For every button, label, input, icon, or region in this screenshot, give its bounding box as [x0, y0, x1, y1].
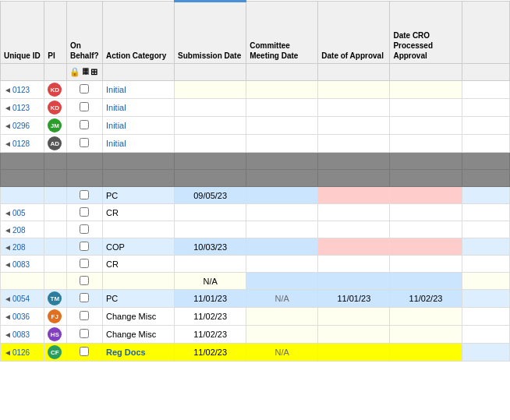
col-behalf: On Behalf?	[66, 2, 102, 64]
cell-committee	[246, 81, 318, 99]
cell-committee	[246, 99, 318, 117]
cell-submission: N/A	[175, 273, 246, 290]
cell-committee	[246, 308, 318, 326]
cell-behalf[interactable]	[66, 135, 102, 153]
cro-value: 11/02/23	[409, 294, 443, 303]
cell-behalf[interactable]	[66, 308, 102, 326]
cell-cro	[390, 273, 462, 290]
cell-extra	[462, 308, 509, 326]
action-value: CR	[106, 259, 119, 269]
cell-unique-id: ◄0054	[1, 290, 44, 308]
cell-submission	[175, 99, 246, 117]
submission-value: 11/01/23	[193, 294, 227, 303]
table-row: ◄0126CFReg Docs11/02/23N/A	[1, 344, 510, 362]
approval-icons	[318, 64, 390, 81]
unique-id-value: 005	[12, 209, 26, 217]
behalf-checkbox[interactable]	[80, 329, 89, 338]
behalf-checkbox[interactable]	[80, 138, 89, 147]
behalf-checkbox[interactable]	[80, 190, 89, 199]
cell-action: Initial	[102, 117, 174, 135]
row-arrow-icon: ◄	[4, 348, 12, 357]
cell-behalf[interactable]	[66, 117, 102, 135]
cell-unique-id: ◄208	[1, 238, 44, 256]
cell-behalf[interactable]	[66, 187, 102, 204]
behalf-checkbox[interactable]	[80, 84, 89, 94]
cell-behalf[interactable]	[66, 238, 102, 256]
cell-pi	[44, 204, 67, 221]
cell-approval	[318, 273, 390, 290]
action-value: Initial	[106, 85, 126, 94]
cell-behalf[interactable]	[66, 204, 102, 221]
table-row: PC09/05/23	[1, 187, 510, 204]
cell-unique-id: ◄0083	[1, 256, 44, 273]
submission-value: 09/05/23	[193, 191, 227, 200]
cell-behalf[interactable]	[66, 326, 102, 344]
cell-extra	[462, 290, 509, 308]
cell-behalf[interactable]	[66, 221, 102, 238]
cell-behalf[interactable]	[66, 81, 102, 99]
table-row	[1, 153, 510, 170]
table-body: ◄0123KDInitial◄0123KDInitial◄0296JMIniti…	[1, 81, 510, 362]
cell-action: Initial	[102, 135, 174, 153]
cell-extra	[462, 135, 509, 153]
cell-committee	[246, 135, 318, 153]
cell-action	[102, 221, 174, 238]
cell-pi	[44, 238, 67, 256]
cell-action: Initial	[102, 81, 174, 99]
cell-cro	[390, 221, 462, 238]
behalf-checkbox[interactable]	[80, 276, 89, 285]
pi-avatar: TM	[48, 291, 62, 305]
behalf-checkbox[interactable]	[80, 347, 89, 356]
cell-extra	[462, 238, 509, 256]
behalf-checkbox[interactable]	[80, 102, 89, 111]
cell-action: CR	[102, 204, 174, 221]
row-arrow-icon: ◄	[4, 260, 12, 269]
cell-unique-id: ◄0126	[1, 344, 44, 362]
behalf-checkbox[interactable]	[80, 293, 89, 302]
table-row: ◄0036FJChange Misc11/02/23	[1, 308, 510, 326]
behalf-checkbox[interactable]	[80, 224, 89, 234]
cell-unique-id: ◄0123	[1, 81, 44, 99]
table-row: ◄208COP10/03/23	[1, 238, 510, 256]
cell-submission	[175, 204, 246, 221]
cell-pi: FJ	[44, 308, 67, 326]
cell-behalf[interactable]	[66, 256, 102, 273]
cell-cro	[390, 117, 462, 135]
behalf-checkbox[interactable]	[80, 242, 89, 251]
action-value: Change Misc	[106, 312, 156, 321]
cell-approval	[318, 308, 390, 326]
pi-icons	[44, 64, 67, 81]
pi-avatar: HS	[48, 327, 62, 341]
behalf-checkbox[interactable]	[80, 311, 89, 320]
cell-approval	[318, 187, 390, 204]
row-arrow-icon: ◄	[4, 226, 12, 235]
unique-id-value: 0123	[12, 86, 30, 94]
row-arrow-icon: ◄	[4, 122, 12, 130]
cell-cro: 11/02/23	[390, 290, 462, 308]
cell-committee	[246, 326, 318, 344]
pi-avatar: FJ	[48, 309, 62, 323]
row-arrow-icon: ◄	[4, 86, 12, 94]
committee-icons	[246, 64, 318, 81]
action-value: Initial	[106, 103, 126, 112]
submission-value: N/A	[203, 277, 217, 286]
cell-approval	[318, 326, 390, 344]
cell-behalf[interactable]	[66, 99, 102, 117]
cell-approval	[318, 99, 390, 117]
cell-behalf[interactable]	[66, 273, 102, 290]
action-value: PC	[106, 191, 118, 200]
cell-behalf[interactable]	[66, 344, 102, 362]
behalf-checkbox[interactable]	[80, 259, 89, 268]
cell-unique-id: ◄0128	[1, 135, 44, 153]
cell-extra	[462, 256, 509, 273]
cell-pi	[44, 187, 67, 204]
behalf-checkbox[interactable]	[80, 207, 89, 217]
cell-unique-id: ◄0296	[1, 117, 44, 135]
cell-submission	[175, 117, 246, 135]
table-row: ◄0296JMInitial	[1, 117, 510, 135]
cell-pi: TM	[44, 290, 67, 308]
cell-behalf[interactable]	[66, 290, 102, 308]
behalf-checkbox[interactable]	[80, 120, 89, 129]
cell-extra	[462, 187, 509, 204]
cell-submission: 11/02/23	[175, 344, 246, 362]
